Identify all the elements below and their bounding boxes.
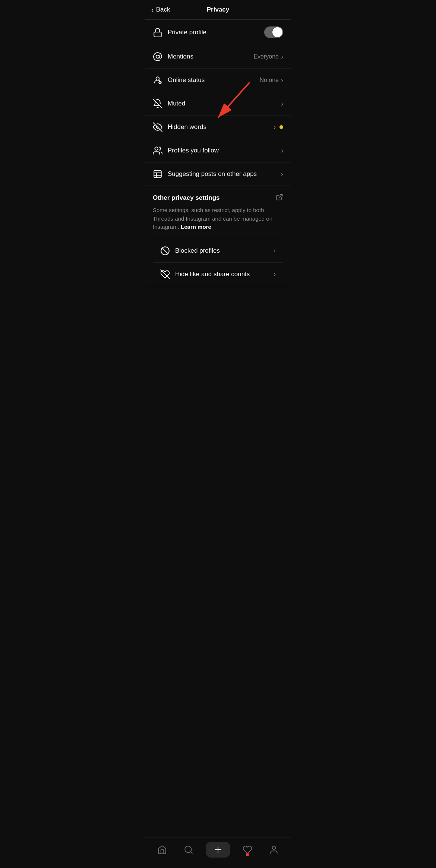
suggesting-posts-item[interactable]: Suggesting posts on other apps › (145, 162, 291, 186)
hidden-words-chevron: › (274, 123, 276, 131)
profiles-follow-chevron: › (281, 147, 283, 155)
header: ‹ Back Privacy (145, 0, 291, 20)
blocked-profiles-icon (160, 246, 175, 256)
hide-like-share-label: Hide like and share counts (175, 271, 274, 278)
svg-line-15 (162, 248, 168, 253)
profiles-follow-item[interactable]: Profiles you follow › (145, 139, 291, 162)
online-status-chevron: › (281, 76, 283, 84)
mentions-value-group: Everyone › (253, 53, 283, 61)
mentions-chevron: › (281, 53, 283, 61)
profiles-follow-icon (153, 146, 168, 155)
online-status-item[interactable]: Online status No one › (145, 69, 291, 92)
other-privacy-header: Other privacy settings (153, 193, 283, 202)
mentions-value: Everyone (253, 53, 279, 60)
hidden-words-dot (279, 125, 283, 129)
hide-like-share-chevron: › (274, 270, 276, 278)
hidden-words-right: › (274, 123, 283, 131)
svg-point-8 (155, 147, 158, 150)
hidden-words-icon (153, 122, 168, 132)
muted-chevron: › (281, 100, 283, 108)
profiles-follow-label: Profiles you follow (168, 147, 281, 154)
svg-point-2 (156, 77, 159, 80)
blocked-profiles-item[interactable]: Blocked profiles › (153, 239, 283, 263)
muted-label: Muted (168, 100, 281, 107)
hide-like-share-item[interactable]: Hide like and share counts › (153, 263, 283, 286)
suggesting-posts-chevron: › (281, 170, 283, 178)
back-button[interactable]: ‹ Back (151, 6, 170, 14)
blocked-profiles-label: Blocked profiles (175, 247, 274, 255)
mentions-label: Mentions (168, 53, 253, 60)
hidden-words-label: Hidden words (168, 123, 274, 131)
other-privacy-description: Some settings, such as restrict, apply t… (153, 206, 283, 231)
private-profile-item[interactable]: Private profile (145, 20, 291, 45)
toggle-knob (272, 27, 282, 37)
svg-point-1 (156, 55, 159, 59)
hide-like-share-icon (160, 269, 175, 279)
page-title: Privacy (207, 6, 230, 13)
online-status-value: No one (259, 77, 279, 83)
private-profile-toggle[interactable] (264, 26, 283, 38)
svg-rect-0 (154, 32, 161, 37)
profiles-follow-right: › (281, 147, 283, 155)
external-link-icon (276, 193, 283, 202)
blocked-profiles-right: › (274, 247, 276, 255)
main-settings-section: Private profile Mentions Everyone › (145, 20, 291, 186)
back-label: Back (156, 6, 170, 13)
online-status-value-group: No one › (259, 76, 283, 84)
muted-item[interactable]: Muted › (145, 92, 291, 116)
private-profile-label: Private profile (168, 29, 264, 36)
hidden-words-item[interactable]: Hidden words › (145, 116, 291, 139)
mentions-item[interactable]: Mentions Everyone › (145, 45, 291, 69)
mentions-icon (153, 52, 168, 61)
online-status-label: Online status (168, 76, 259, 84)
lock-icon (153, 28, 168, 37)
suggesting-posts-label: Suggesting posts on other apps (168, 170, 281, 178)
suggesting-posts-icon (153, 169, 168, 179)
hide-like-share-right: › (274, 270, 276, 278)
other-privacy-title: Other privacy settings (153, 194, 220, 202)
back-chevron-icon: ‹ (151, 6, 154, 14)
other-privacy-section: Other privacy settings Some settings, su… (145, 186, 291, 286)
svg-rect-9 (154, 170, 161, 178)
muted-icon (153, 99, 168, 108)
online-status-icon (153, 75, 168, 85)
svg-line-6 (153, 99, 162, 108)
muted-right: › (281, 100, 283, 108)
other-privacy-items: Blocked profiles › Hide like and share c… (153, 239, 283, 286)
blocked-profiles-chevron: › (274, 247, 276, 255)
learn-more-link[interactable]: Learn more (181, 224, 211, 230)
suggesting-posts-right: › (281, 170, 283, 178)
svg-line-13 (279, 195, 282, 198)
